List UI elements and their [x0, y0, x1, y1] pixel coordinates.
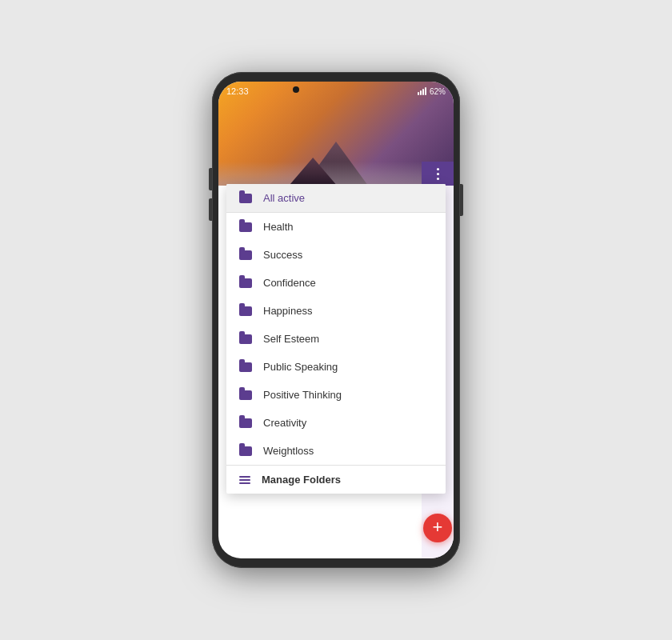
folder-icon-public-speaking [239, 362, 252, 372]
folder-icon-health [239, 222, 252, 232]
battery-indicator: 62% [430, 87, 446, 96]
menu-label-happiness: Happiness [263, 305, 312, 317]
signal-icon [418, 87, 426, 95]
status-right: 62% [418, 87, 446, 96]
menu-item-manage-folders[interactable]: Manage Folders [226, 466, 446, 494]
menu-item-creativity[interactable]: Creativity [226, 409, 446, 437]
phone-device: 12:33 62% + [212, 72, 460, 568]
menu-item-success[interactable]: Success [226, 241, 446, 269]
menu-item-health[interactable]: Health [226, 213, 446, 241]
toolbar-overlay[interactable] [422, 162, 454, 186]
fab-add-button[interactable]: + [423, 514, 452, 542]
menu-item-happiness[interactable]: Happiness [226, 297, 446, 325]
volume-down-button[interactable] [209, 198, 212, 221]
menu-label-creativity: Creativity [263, 417, 306, 429]
menu-label-positive-thinking: Positive Thinking [263, 389, 342, 401]
menu-label-health: Health [263, 221, 294, 233]
menu-label-all-active: All active [263, 192, 305, 204]
folder-icon-creativity [239, 418, 252, 428]
menu-label-manage-folders: Manage Folders [262, 474, 341, 486]
category-dropdown-menu: All active Health Success Confidence [226, 184, 446, 494]
menu-label-confidence: Confidence [263, 277, 316, 289]
folder-icon-happiness [239, 306, 252, 316]
menu-item-weightloss[interactable]: Weightloss [226, 437, 446, 465]
folder-icon-success [239, 250, 252, 260]
folder-icon-all-active [239, 194, 252, 203]
fog-overlay [218, 162, 454, 186]
menu-label-weightloss: Weightloss [263, 445, 314, 457]
volume-up-button[interactable] [209, 168, 212, 190]
phone-screen: 12:33 62% + [218, 82, 454, 558]
folder-icon-confidence [239, 278, 252, 288]
status-time: 12:33 [226, 86, 249, 96]
menu-item-all-active[interactable]: All active [226, 184, 446, 212]
menu-label-success: Success [263, 249, 302, 261]
manage-folders-icon [239, 476, 250, 484]
more-options-icon [437, 168, 439, 180]
power-button[interactable] [460, 184, 463, 216]
status-bar: 12:33 62% [218, 82, 454, 101]
menu-item-confidence[interactable]: Confidence [226, 269, 446, 297]
menu-label-public-speaking: Public Speaking [263, 361, 338, 373]
menu-item-positive-thinking[interactable]: Positive Thinking [226, 381, 446, 409]
plus-icon: + [433, 518, 443, 536]
folder-icon-weightloss [239, 446, 252, 456]
menu-label-self-esteem: Self Esteem [263, 333, 319, 345]
folder-icon-self-esteem [239, 334, 252, 344]
menu-item-self-esteem[interactable]: Self Esteem [226, 325, 446, 353]
folder-icon-positive-thinking [239, 390, 252, 400]
menu-item-public-speaking[interactable]: Public Speaking [226, 353, 446, 381]
